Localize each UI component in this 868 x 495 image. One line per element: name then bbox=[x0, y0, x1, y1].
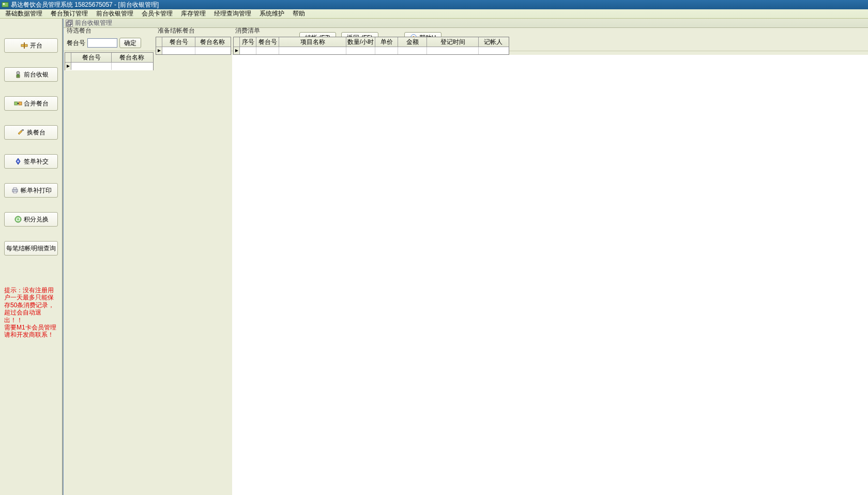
table-row[interactable] bbox=[234, 47, 509, 54]
menu-front-cashier[interactable]: 前台收银管理 bbox=[92, 9, 138, 18]
sidebar-tip: 提示：没有注册用户一天最多只能保存50条消费记录，超过会自动退出！！ 需要M1卡… bbox=[2, 287, 60, 339]
svg-rect-3 bbox=[24, 42, 25, 49]
cashier-icon: $ bbox=[14, 70, 22, 79]
menu-help[interactable]: 帮助 bbox=[288, 9, 309, 18]
menu-manager-query[interactable]: 经理查询管理 bbox=[210, 9, 255, 18]
menu-bar: 基础数据管理 餐台预订管理 前台收银管理 会员卡管理 库存管理 经理查询管理 系… bbox=[0, 9, 868, 19]
app-icon bbox=[2, 1, 9, 8]
sign-pay-icon bbox=[14, 157, 22, 166]
col-table-name[interactable]: 餐台名称 bbox=[112, 53, 152, 62]
col-item-name[interactable]: 项目名称 bbox=[279, 37, 346, 47]
checkout-tables-grid[interactable]: 餐台号 餐台名称 bbox=[156, 37, 231, 55]
merge-icon bbox=[14, 99, 22, 108]
menu-inventory[interactable]: 库存管理 bbox=[177, 9, 210, 18]
panel-checkout-tables: 准备结帐餐台 餐台号 餐台名称 bbox=[155, 51, 232, 495]
menu-system-maint[interactable]: 系统维护 bbox=[255, 9, 288, 18]
row-indicator-icon bbox=[156, 47, 162, 54]
menu-member-card[interactable]: 会员卡管理 bbox=[138, 9, 177, 18]
col-table-no-3[interactable]: 餐台号 bbox=[256, 37, 279, 47]
consumption-grid[interactable]: 序号 餐台号 项目名称 数量/小时 单价 金额 登记时间 记帐人 bbox=[233, 37, 509, 55]
sidebar-btn-sign-pay[interactable]: 签单补交 bbox=[4, 154, 58, 169]
svg-rect-1 bbox=[3, 3, 5, 5]
pending-tables-grid[interactable]: 餐台号 餐台名称 bbox=[65, 52, 154, 70]
sidebar: 开台 $ 前台收银 合并餐台 换餐台 签单补交 帐单补打印 积分兑换 每笔结帐明… bbox=[0, 19, 63, 495]
sidebar-btn-merge-table[interactable]: 合并餐台 bbox=[4, 96, 58, 111]
col-qty[interactable]: 数量/小时 bbox=[346, 37, 375, 47]
app-title: 易达餐饮会员管理系统 15825675057 - [前台收银管理] bbox=[11, 1, 159, 9]
svg-rect-13 bbox=[67, 22, 70, 25]
svg-point-12 bbox=[15, 216, 21, 222]
table-row[interactable] bbox=[156, 47, 231, 54]
sidebar-btn-points-exchange[interactable]: 积分兑换 bbox=[4, 212, 58, 227]
col-table-no-2[interactable]: 餐台号 bbox=[162, 37, 195, 47]
menu-basic-data[interactable]: 基础数据管理 bbox=[1, 9, 47, 18]
row-indicator-icon bbox=[65, 63, 71, 70]
panel-pending-tables: 待选餐台 餐台号 确定 餐台号 餐台名称 bbox=[64, 51, 155, 495]
sidebar-btn-front-cashier[interactable]: $ 前台收银 bbox=[4, 67, 58, 82]
confirm-button[interactable]: 确定 bbox=[119, 38, 141, 48]
svg-rect-8 bbox=[22, 129, 24, 131]
table-number-input[interactable] bbox=[87, 38, 117, 48]
sidebar-btn-detail-query[interactable]: 每笔结帐明细查询 bbox=[4, 241, 58, 256]
table-row[interactable] bbox=[65, 63, 153, 70]
panel-consumption-list: 消费清单 序号 餐台号 项目名称 数量/小时 单价 金额 登记时间 记帐人 bbox=[232, 51, 868, 495]
sidebar-btn-open-table[interactable]: 开台 bbox=[4, 38, 58, 53]
change-table-icon bbox=[17, 128, 25, 137]
svg-rect-14 bbox=[68, 21, 72, 24]
row-indicator-icon bbox=[234, 47, 240, 54]
title-bar: 易达餐饮会员管理系统 15825675057 - [前台收银管理] bbox=[0, 0, 868, 9]
subwindow-restore-icon[interactable] bbox=[66, 20, 73, 27]
menu-table-reserve[interactable]: 餐台预订管理 bbox=[47, 9, 92, 18]
col-reg-time[interactable]: 登记时间 bbox=[427, 37, 479, 47]
exchange-icon bbox=[14, 215, 22, 223]
svg-rect-10 bbox=[13, 188, 17, 189]
table-number-label: 餐台号 bbox=[67, 39, 85, 48]
sidebar-btn-change-table[interactable]: 换餐台 bbox=[4, 125, 58, 140]
col-recorder[interactable]: 记帐人 bbox=[479, 37, 508, 47]
sidebar-btn-reprint[interactable]: 帐单补打印 bbox=[4, 183, 58, 198]
col-table-name-2[interactable]: 餐台名称 bbox=[195, 37, 230, 47]
content-area: 前台收银管理 结帐 (F7) 返回 (F5) ? 帮助H 待选餐台 餐台号 确定 bbox=[63, 19, 868, 495]
col-amount[interactable]: 金额 bbox=[398, 37, 427, 47]
col-seq[interactable]: 序号 bbox=[240, 37, 256, 47]
col-table-no[interactable]: 餐台号 bbox=[71, 53, 112, 62]
printer-icon bbox=[11, 186, 19, 194]
open-table-icon bbox=[20, 41, 28, 50]
col-price[interactable]: 单价 bbox=[375, 37, 398, 47]
svg-rect-11 bbox=[13, 191, 17, 193]
